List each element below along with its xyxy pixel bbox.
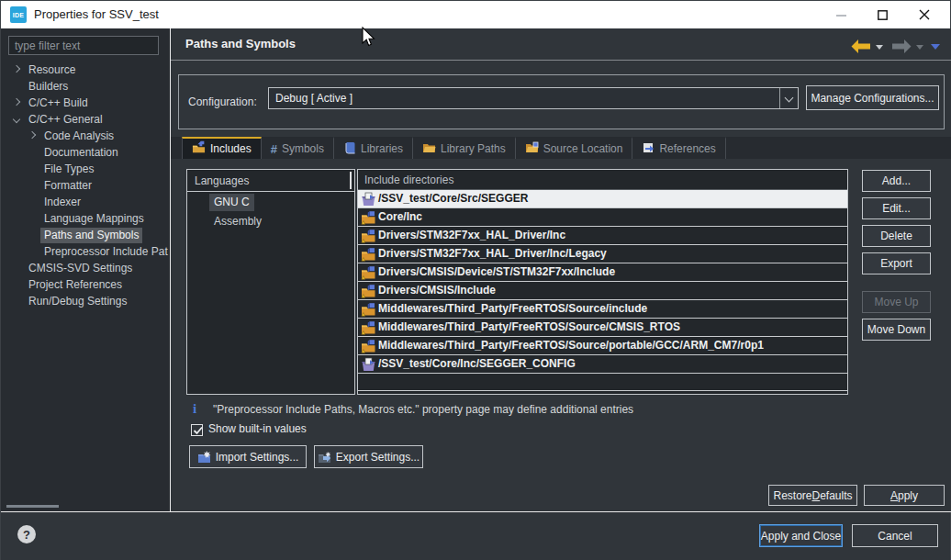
tab-symbols[interactable]: #Symbols xyxy=(262,137,334,159)
chevron-right-icon[interactable] xyxy=(28,131,36,139)
tree-item[interactable]: C/C++ Build xyxy=(1,95,170,111)
configuration-group: Configuration: Debug [ Active ] Manage C… xyxy=(178,74,945,129)
chevron-down-icon[interactable] xyxy=(13,116,20,123)
languages-header: Languages xyxy=(187,170,354,192)
tab-includes[interactable]: Includes xyxy=(182,137,262,159)
cancel-button[interactable]: Cancel xyxy=(852,524,938,547)
tab-library-paths[interactable]: Library Paths xyxy=(413,137,516,159)
titlebar: IDE Properties for SSV_test xyxy=(1,1,950,28)
minimize-icon xyxy=(836,10,846,20)
delete-button[interactable]: Delete xyxy=(862,225,931,247)
includes-folder-icon xyxy=(192,140,206,157)
tree-item-label: Language Mappings xyxy=(40,211,148,227)
manage-configurations-button[interactable]: Manage Configurations... xyxy=(806,85,939,110)
include-row-empty[interactable] xyxy=(358,374,847,391)
include-path: /SSV_test/Core/Src/SEGGER xyxy=(378,190,528,207)
chevron-right-icon[interactable] xyxy=(13,98,20,106)
chevron-right-icon[interactable] xyxy=(13,65,20,73)
include-path: /SSV_test/Core/Inc/SEGGER_CONFIG xyxy=(378,355,576,373)
tree-item[interactable]: Project References xyxy=(1,276,170,293)
move-up-button: Move Up xyxy=(862,291,931,313)
include-row[interactable]: Drivers/STM32F7xx_HAL_Driver/Inc xyxy=(358,227,847,245)
help-button[interactable]: ? xyxy=(17,525,36,543)
paths-and-symbols-page: Paths and Symbols Configuration: Debug [… xyxy=(171,28,951,511)
include-row[interactable]: Middlewares/Third_Party/FreeRTOS/Source/… xyxy=(358,300,847,319)
show-built-in-checkbox[interactable] xyxy=(191,424,203,436)
language-item[interactable]: Assembly xyxy=(187,213,354,230)
language-item[interactable]: GNU C xyxy=(187,194,354,211)
import-settings-button[interactable]: Import Settings... xyxy=(189,445,307,468)
filter-input[interactable] xyxy=(8,36,159,55)
tree-item[interactable]: CMSIS-SVD Settings xyxy=(1,260,170,276)
include-path: Drivers/CMSIS/Device/ST/STM32F7xx/Includ… xyxy=(378,263,615,281)
tree-item-label: Paths and Symbols xyxy=(40,228,142,243)
tab-source-location[interactable]: Source Location xyxy=(516,137,633,159)
properties-tree: ResourceBuildersC/C++ BuildC/C++ General… xyxy=(1,62,170,309)
close-button[interactable] xyxy=(903,1,945,28)
properties-sidebar: ResourceBuildersC/C++ BuildC/C++ General… xyxy=(1,28,170,511)
tree-item[interactable]: Language Mappings xyxy=(1,210,170,227)
include-path: Drivers/STM32F7xx_HAL_Driver/Inc xyxy=(378,227,565,244)
tab-references[interactable]: References xyxy=(632,137,725,159)
include-row[interactable]: Middlewares/Third_Party/FreeRTOS/Source/… xyxy=(358,337,847,355)
tree-item-label: Project References xyxy=(25,277,126,293)
tree-item[interactable]: Run/Debug Settings xyxy=(1,293,170,309)
move-down-button[interactable]: Move Down xyxy=(862,319,931,341)
configuration-select[interactable]: Debug [ Active ] xyxy=(268,87,799,109)
tree-item-label: C/C++ General xyxy=(25,112,106,128)
include-path: Middlewares/Third_Party/FreeRTOS/Source/… xyxy=(378,337,764,354)
tree-item-label: Run/Debug Settings xyxy=(25,294,130,309)
check-icon xyxy=(192,424,205,437)
tab-libraries[interactable]: Libraries xyxy=(334,137,413,159)
tabbar: Includes#SymbolsLibrariesLibrary PathsSo… xyxy=(171,137,951,159)
edit-button[interactable]: Edit... xyxy=(862,197,931,219)
export-button[interactable]: Export xyxy=(862,252,931,274)
tree-item[interactable]: Resource xyxy=(1,62,170,78)
sidebar-hscroll-thumb[interactable] xyxy=(6,505,59,508)
properties-dialog: IDE Properties for SSV_test ResourceBuil… xyxy=(0,0,951,560)
include-row[interactable]: /SSV_test/Core/Inc/SEGGER_CONFIG xyxy=(358,355,847,374)
tree-item[interactable]: Builders xyxy=(1,78,170,95)
info-text: "Preprocessor Include Paths, Macros etc.… xyxy=(213,403,633,416)
tree-item[interactable]: Indexer xyxy=(1,194,170,210)
page-title: Paths and Symbols xyxy=(185,37,296,50)
tree-item[interactable]: Formatter xyxy=(1,177,170,194)
apply-and-close-button[interactable]: Apply and Close xyxy=(759,524,843,547)
view-menu-triangle[interactable] xyxy=(931,44,940,50)
include-row[interactable]: Middlewares/Third_Party/FreeRTOS/Source/… xyxy=(358,319,847,337)
export-settings-button[interactable]: Export Settings... xyxy=(314,445,423,468)
maximize-button[interactable] xyxy=(862,1,903,28)
tree-item[interactable]: File Types xyxy=(1,161,170,177)
back-button[interactable] xyxy=(851,39,871,57)
book-icon xyxy=(343,141,356,157)
tree-item[interactable]: Paths and Symbols xyxy=(1,227,170,243)
languages-list: GNU CAssembly xyxy=(187,194,354,230)
combo-dropdown-zone[interactable] xyxy=(779,88,798,108)
add-button[interactable]: Add... xyxy=(862,170,931,192)
column-grip[interactable] xyxy=(350,172,352,189)
include-row[interactable]: Core/Inc xyxy=(358,208,847,227)
configuration-label: Configuration: xyxy=(188,95,257,108)
languages-header-label: Languages xyxy=(195,174,249,187)
include-path: Drivers/CMSIS/Include xyxy=(378,282,496,299)
show-built-in-label: Show built-in values xyxy=(208,422,307,435)
include-row[interactable]: /SSV_test/Core/Src/SEGGER xyxy=(358,190,847,208)
forward-menu-triangle[interactable] xyxy=(916,45,923,50)
include-row[interactable]: Drivers/CMSIS/Device/ST/STM32F7xx/Includ… xyxy=(358,263,847,282)
import-settings-icon xyxy=(197,451,211,464)
tab-label: Library Paths xyxy=(441,142,506,155)
include-path: Drivers/STM32F7xx_HAL_Driver/Inc/Legacy xyxy=(378,245,607,263)
include-row[interactable]: Drivers/CMSIS/Include xyxy=(358,282,847,300)
include-directories-rows: /SSV_test/Core/Src/SEGGERCore/IncDrivers… xyxy=(358,190,847,391)
restore-defaults-button[interactable]: Restore Defaults xyxy=(768,485,857,506)
minimize-button[interactable] xyxy=(821,1,862,28)
tree-item[interactable]: Documentation xyxy=(1,144,170,161)
chevron-down-icon xyxy=(785,94,794,103)
include-row[interactable]: Drivers/STM32F7xx_HAL_Driver/Inc/Legacy xyxy=(358,245,847,263)
apply-button[interactable]: Apply xyxy=(864,485,945,506)
tree-item[interactable]: Code Analysis xyxy=(1,128,170,144)
forward-button[interactable] xyxy=(891,39,912,57)
tree-item[interactable]: C/C++ General xyxy=(1,111,170,128)
tree-item[interactable]: Preprocessor Include Pat xyxy=(1,243,170,260)
back-menu-triangle[interactable] xyxy=(876,45,883,50)
